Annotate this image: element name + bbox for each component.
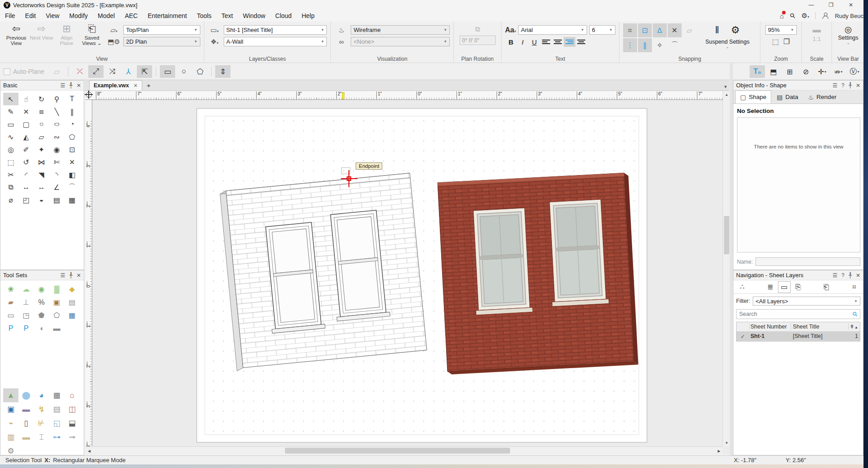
fit-objects-icon[interactable]: ⬚	[772, 37, 779, 46]
text-format-icon[interactable]: Aa▾	[505, 26, 516, 34]
category-truss[interactable]: ▤	[49, 402, 64, 416]
view-button-previous-view[interactable]: ⇦ Previous View	[4, 23, 29, 46]
nav-button-saved-views[interactable]: ⎗	[820, 281, 832, 293]
tool-visibility-tool[interactable]: ◉	[49, 143, 64, 156]
tool-protractor-tool[interactable]: ◒	[34, 194, 49, 206]
tab-data[interactable]: ▤ Data	[772, 90, 803, 104]
search-box[interactable]: ⚲	[736, 309, 860, 319]
menu-item[interactable]: Model	[93, 10, 120, 21]
palette-menu-icon[interactable]: ☰	[60, 82, 65, 89]
tool-dim-diameter-tool[interactable]: ⌀	[3, 194, 18, 206]
tool-dim-rotated-tool[interactable]: ↔	[34, 181, 49, 194]
mode-disable-constraints[interactable]: ⤫	[72, 65, 87, 78]
tool-parking-along-path[interactable]: P	[3, 322, 18, 335]
tool-attribute-mapping-tool[interactable]: ✄	[49, 156, 64, 168]
view-button-align-plane[interactable]: ⊞ Align Plane	[54, 23, 79, 46]
tool-shell-solid-tool[interactable]: ◧	[64, 168, 80, 181]
settings-label[interactable]: Settings	[838, 35, 858, 41]
menu-item[interactable]: Cloud	[270, 10, 297, 21]
tool-freehand-tool[interactable]: ∿	[3, 130, 18, 143]
tool-zoom-tool[interactable]: ⚲	[49, 93, 64, 105]
nav-button-sheet-layers[interactable]: ▭	[778, 281, 790, 293]
category-site-planning[interactable]: ▲	[3, 388, 18, 402]
tool-roadway[interactable]: ⬟	[34, 309, 49, 322]
scroll-right-icon[interactable]: ▶	[715, 447, 723, 455]
tool-oval-tool[interactable]: ○	[45, 118, 68, 130]
mode[interactable]	[156, 67, 156, 76]
mode-rectangular-marquee[interactable]: ▭	[160, 65, 175, 78]
column-sheet-title[interactable]: Sheet Title	[791, 324, 848, 330]
horizontal-scroll-thumb[interactable]	[285, 448, 510, 454]
align-right-button[interactable]	[564, 37, 575, 47]
tool-clip-tool[interactable]: ✂	[3, 168, 18, 181]
tool-spline-tool[interactable]: ∾	[49, 130, 64, 143]
italic-button[interactable]: I	[517, 37, 529, 47]
settings-gear-icon[interactable]: ⚙▾	[801, 12, 809, 20]
palette-close-icon[interactable]: ✕	[856, 272, 860, 279]
layer-dropdown[interactable]: Sht-1 [Sheet Title]▼	[224, 25, 327, 35]
horizontal-scrollbar[interactable]: ◀ ▶	[86, 446, 723, 454]
tool-delete-vertex-tool[interactable]: ✕	[18, 105, 34, 118]
drawing-canvas[interactable]	[92, 100, 723, 446]
font-dropdown[interactable]: Arial▼	[518, 25, 587, 35]
table-header-row[interactable]: Sheet Number Sheet Title ǂ▲	[737, 322, 860, 332]
object-info-header[interactable]: Object Info - Shape ☰ ? ╀ ✕	[733, 81, 863, 90]
tool-grade[interactable]: %	[34, 296, 49, 309]
tool-hedgerow[interactable]: ▓	[49, 283, 64, 296]
vertical-scrollbar[interactable]: ▲ ▼	[723, 91, 730, 446]
object-name-field[interactable]	[755, 257, 860, 266]
snap-button-snap-object[interactable]: ⊡	[638, 23, 652, 37]
tool-site-modifiers[interactable]: ▣	[49, 296, 64, 309]
pane-menu-caret-icon[interactable]: ▼	[723, 85, 728, 89]
scroll-down-icon[interactable]: ▼	[723, 439, 730, 446]
tool-hardscape[interactable]: ▰	[3, 296, 18, 309]
nav-button[interactable]	[750, 281, 762, 293]
category-irrigation[interactable]: ⬤	[18, 388, 34, 402]
view-cube-settings-icon[interactable]: ⬒⚙	[107, 38, 121, 46]
tool-rotate-tool[interactable]: ↺	[18, 156, 34, 168]
category-building-shell[interactable]: ⌂	[64, 388, 80, 402]
palette-pin-icon[interactable]: ╀	[849, 272, 852, 279]
mode[interactable]	[211, 67, 212, 76]
palette-close-icon[interactable]: ✕	[77, 272, 81, 279]
menu-item[interactable]: Modify	[64, 10, 93, 21]
menu-item[interactable]: Entertainment	[143, 10, 192, 21]
wall-wireframe[interactable]	[220, 173, 427, 371]
menu-item[interactable]: Help	[297, 10, 320, 21]
menu-item[interactable]: View	[41, 10, 64, 21]
nav-button-design-layers[interactable]: ≣	[764, 281, 776, 293]
pane-button-text-scale-display[interactable]: T₀	[750, 65, 765, 78]
category-panel[interactable]: ▯	[18, 416, 34, 430]
auto-plane-checkbox[interactable]	[4, 68, 10, 75]
tab-render[interactable]: ♨ Render	[804, 90, 841, 104]
tool-curb[interactable]: ◖	[34, 322, 49, 335]
tool-fillet-tool[interactable]: ◜	[18, 168, 34, 181]
class-icon[interactable]: ❖▾	[208, 38, 222, 46]
tool-landscape-area[interactable]: ☁	[18, 283, 34, 296]
tool-guardrail[interactable]: ▬	[49, 322, 64, 335]
navigation-header[interactable]: Navigation - Sheet Layers ☰ ? ╀ ✕	[733, 270, 863, 280]
tool-attribute-roller-tool[interactable]: ▦	[64, 194, 80, 206]
category-fastener[interactable]: ⊸	[64, 430, 80, 444]
tool-spiral-tool[interactable]: ◎	[3, 143, 18, 156]
category-camera[interactable]: ⬓	[64, 416, 80, 430]
view-plane-icon[interactable]: ▱▾	[107, 26, 121, 34]
snap-button-snap-intersection[interactable]: ✕	[668, 23, 682, 37]
nav-button-classes[interactable]: ∴	[736, 281, 748, 293]
view-mode-dropdown[interactable]: Top/Plan▼	[123, 25, 200, 35]
pane-button-multiple-view-panes[interactable]: ⊞	[782, 65, 797, 78]
mode-polygon-marquee[interactable]: ⬠	[192, 65, 208, 78]
tool-station-point[interactable]: ⊥	[18, 296, 34, 309]
nav-button-references[interactable]: ⌗	[848, 281, 860, 293]
palette-close-icon[interactable]: ✕	[856, 82, 860, 89]
menu-item[interactable]: Tools	[192, 10, 217, 21]
column-stacking-order[interactable]: ǂ▲	[848, 324, 860, 330]
tool-chamfer-tool[interactable]: ◥	[34, 168, 49, 181]
tool-dim-linear-tool[interactable]: ↔	[18, 181, 34, 194]
category-machine-design[interactable]: ▦	[49, 388, 64, 402]
render-mode-dropdown[interactable]: Wireframe▼	[351, 25, 450, 35]
palette-menu-icon[interactable]: ☰	[60, 272, 65, 279]
nav-button-viewports[interactable]: ⎘	[792, 281, 805, 293]
scroll-up-icon[interactable]: ▲	[723, 91, 730, 98]
tool-offset-tool[interactable]: ⧉	[3, 181, 18, 194]
